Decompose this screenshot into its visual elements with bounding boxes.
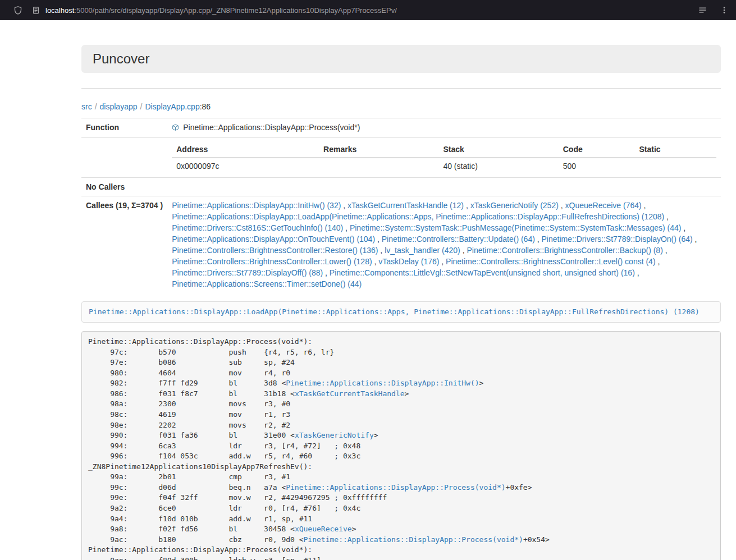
stats-address: 0x0000097c (172, 158, 319, 174)
function-row: Function Pinetime::Applications::Display… (81, 118, 721, 138)
shield-icon[interactable] (13, 6, 22, 15)
callee-link[interactable]: xTaskGenericNotify (252) (470, 201, 559, 210)
breadcrumb-line-number: :86 (200, 102, 211, 111)
function-table: Function Pinetime::Applications::Display… (81, 118, 721, 293)
highlighted-symbol-link[interactable]: Pinetime::Applications::DisplayApp::Load… (89, 307, 700, 316)
page-icon (32, 6, 40, 15)
stats-header-static: Static (635, 141, 717, 158)
callee-link[interactable]: Pinetime::Controllers::Battery::Update()… (382, 235, 535, 244)
code-symbol-link[interactable]: xTaskGenericNotify (295, 431, 374, 439)
callee-link[interactable]: Pinetime::Controllers::BrightnessControl… (467, 246, 662, 255)
stats-code: 500 (559, 158, 635, 174)
breadcrumb-link-file[interactable]: DisplayApp.cpp (145, 102, 199, 111)
callee-link[interactable]: Pinetime::System::SystemTask::PushMessag… (350, 223, 682, 232)
stats-header-stack: Stack (438, 141, 558, 158)
callee-link[interactable]: Pinetime::Drivers::St7789::DisplayOff() … (172, 268, 323, 277)
url-bar[interactable]: localhost:5000/path/src/displayapp/Displ… (32, 6, 692, 15)
stats-header-code: Code (559, 141, 635, 158)
callee-link[interactable]: xQueueReceive (764) (565, 201, 642, 210)
stats-static (635, 158, 717, 174)
callee-link[interactable]: Pinetime::Drivers::St7789::DisplayOn() (… (542, 235, 693, 244)
callee-link[interactable]: lv_task_handler (420) (385, 246, 460, 255)
page-header: Puncover (81, 45, 721, 73)
url-text: localhost:5000/path/src/displayapp/Displ… (45, 6, 397, 15)
stats-header-row: Address Remarks Stack Code Static (172, 141, 716, 158)
function-label: Function (81, 118, 167, 138)
callee-link[interactable]: vTaskDelay (176) (378, 257, 439, 266)
callers-row: No Callers (81, 178, 721, 196)
stats-table: Address Remarks Stack Code Static 0x0000… (172, 141, 716, 174)
callee-link[interactable]: Pinetime::Applications::DisplayApp::OnTo… (172, 235, 375, 244)
page-title: Puncover (93, 51, 149, 67)
callee-link[interactable]: Pinetime::Controllers::BrightnessControl… (172, 246, 378, 255)
browser-chrome: localhost:5000/path/src/displayapp/Displ… (0, 0, 736, 20)
cube-icon (172, 123, 179, 134)
callee-link[interactable]: Pinetime::Applications::Screens::Timer::… (172, 279, 362, 288)
code-symbol-link[interactable]: Pinetime::Applications::DisplayApp::Init… (286, 379, 479, 387)
callee-link[interactable]: Pinetime::Controllers::BrightnessControl… (172, 257, 372, 266)
callee-link[interactable]: Pinetime::Controllers::BrightnessControl… (446, 257, 655, 266)
function-name: Pinetime::Applications::DisplayApp::Proc… (183, 123, 360, 132)
divider (81, 88, 721, 89)
breadcrumb-link-displayapp[interactable]: displayapp (100, 102, 138, 111)
page-container: Puncover src/displayapp/DisplayApp.cpp:8… (81, 45, 721, 560)
stats-header-remarks: Remarks (319, 141, 438, 158)
disassembly: Pinetime::Applications::DisplayApp::Proc… (81, 331, 721, 560)
function-name-cell: Pinetime::Applications::DisplayApp::Proc… (167, 118, 721, 138)
url-path: :5000/path/src/displayapp/DisplayApp.cpp… (74, 6, 397, 15)
code-symbol-link[interactable]: Pinetime::Applications::DisplayApp::Proc… (304, 535, 523, 544)
breadcrumb: src/displayapp/DisplayApp.cpp:86 (81, 101, 721, 112)
code-symbol-link[interactable]: xTaskGetCurrentTaskHandle (295, 389, 405, 398)
url-host: localhost (45, 6, 74, 15)
callee-link[interactable]: Pinetime::Applications::DisplayApp::Init… (172, 201, 341, 210)
stats-cell: Address Remarks Stack Code Static 0x0000… (167, 138, 721, 178)
callees-row: Callees (19, Σ=3704 ) Pinetime::Applicat… (81, 196, 721, 293)
callee-link[interactable]: Pinetime::Drivers::Cst816S::GetTouchInfo… (172, 223, 343, 232)
stats-row: Address Remarks Stack Code Static 0x0000… (81, 138, 721, 178)
stats-value-row: 0x0000097c 40 (static) 500 (172, 158, 716, 174)
empty-label-cell (81, 138, 167, 178)
stats-remarks (319, 158, 438, 174)
callee-link[interactable]: Pinetime::Components::LittleVgl::SetNewT… (330, 268, 635, 277)
code-symbol-link[interactable]: Pinetime::Applications::DisplayApp::Proc… (286, 483, 505, 492)
kebab-menu-icon[interactable] (720, 6, 728, 15)
callees-list: Pinetime::Applications::DisplayApp::Init… (167, 196, 721, 293)
highlighted-symbol-panel: Pinetime::Applications::DisplayApp::Load… (81, 301, 721, 323)
callers-cell (167, 178, 721, 196)
reader-view-icon[interactable] (698, 6, 707, 15)
breadcrumb-separator: / (138, 102, 145, 111)
callees-label: Callees (19, Σ=3704 ) (81, 196, 167, 293)
code-symbol-link[interactable]: xQueueReceive (295, 525, 352, 533)
stats-stack: 40 (static) (438, 158, 558, 174)
stats-header-address: Address (172, 141, 319, 158)
breadcrumb-link-src[interactable]: src (81, 102, 92, 111)
callee-link[interactable]: xTaskGetCurrentTaskHandle (12) (348, 201, 464, 210)
no-callers-label: No Callers (81, 178, 167, 196)
callee-link[interactable]: Pinetime::Applications::DisplayApp::Load… (172, 212, 664, 221)
breadcrumb-separator: / (92, 102, 100, 111)
